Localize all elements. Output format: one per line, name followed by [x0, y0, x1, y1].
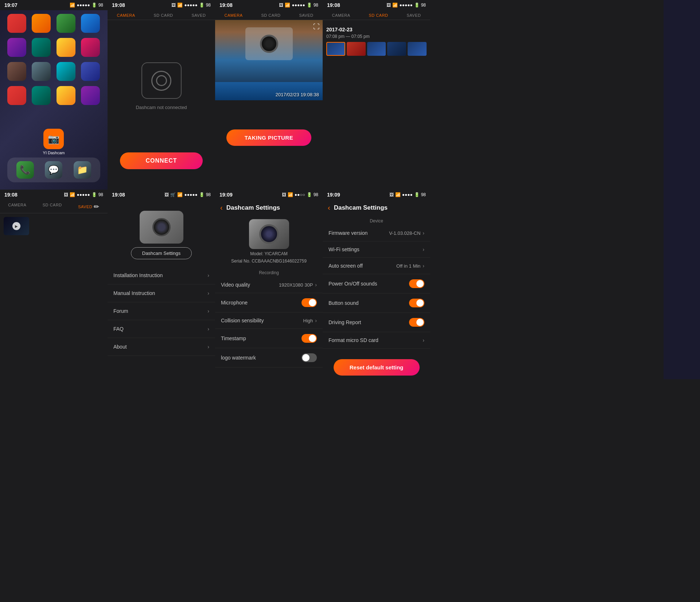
tab-sdcard-4[interactable]: SD CARD: [369, 13, 388, 18]
setting-video-quality[interactable]: Video quality 1920X1080 30P ›: [215, 277, 323, 293]
top-tabs-3: CAMERA SD CARD SAVED: [215, 10, 323, 20]
menu-item-faq[interactable]: FAQ ›: [108, 320, 215, 338]
tab-sdcard-3[interactable]: SD CARD: [261, 13, 281, 18]
sd-thumb-1[interactable]: [326, 42, 345, 56]
setting-timestamp[interactable]: Timestamp: [215, 329, 323, 348]
app-icon-1[interactable]: [7, 14, 26, 33]
sd-thumb-5[interactable]: [408, 42, 427, 56]
signal-icon-5: ●●●●●: [77, 192, 90, 197]
live-timestamp: 2017/02/23 19:08:38: [276, 92, 319, 97]
cart-icon-6[interactable]: 🛒: [170, 192, 176, 197]
dock-messages[interactable]: 💬: [45, 161, 62, 179]
back-button-8[interactable]: ‹: [328, 203, 330, 212]
tab-camera-2[interactable]: CAMERA: [117, 13, 135, 18]
time-4: 19:08: [327, 2, 340, 8]
app-icon-10[interactable]: [32, 62, 51, 81]
dashcam-settings-button[interactable]: Dashcam Settings: [131, 247, 192, 259]
status-bar-1: 19:07 📶 ●●●●● 🔋 98: [0, 0, 108, 10]
setting-firmware[interactable]: Firmware version V-1.03.028-CN ›: [323, 225, 430, 241]
app-icon-16[interactable]: [81, 86, 100, 105]
app-icon-3[interactable]: [57, 14, 75, 33]
app-icon-2[interactable]: [32, 14, 51, 33]
camera-device-silhouette: [245, 27, 293, 60]
app-icon-8[interactable]: [81, 38, 100, 57]
connect-button[interactable]: CONNECT: [120, 152, 202, 169]
status-bar-4: 19:08 🖼 📶 ●●●●● 🔋 98: [323, 0, 430, 10]
tab-camera-4[interactable]: CAMERA: [332, 13, 350, 18]
tab-saved-4[interactable]: SAVED: [407, 13, 421, 18]
label-timestamp: Timestamp: [221, 335, 246, 341]
label-firmware: Firmware version: [328, 230, 368, 236]
settings-cam-icon: [140, 211, 183, 244]
chevron-faq: ›: [207, 326, 209, 332]
toggle-watermark[interactable]: [302, 353, 317, 362]
menu-item-installation[interactable]: Installation Instruction ›: [108, 267, 215, 284]
dock-phone[interactable]: 📞: [16, 161, 34, 179]
detail-title-8: Dashcam Settings: [334, 204, 388, 211]
setting-microphone[interactable]: Microphone: [215, 293, 323, 312]
cam-info-box-7: Model: YICARCAM Serial No. CCBAAACNBG164…: [215, 215, 323, 267]
toggle-timestamp[interactable]: [302, 334, 317, 343]
tab-camera-5[interactable]: CAMERA: [8, 203, 26, 211]
app-icon-12[interactable]: [81, 62, 100, 81]
app-icon-4[interactable]: [81, 14, 100, 33]
app-icon-11[interactable]: [57, 62, 75, 81]
time-3: 19:08: [219, 2, 233, 8]
chevron-format-sd: ›: [423, 337, 424, 343]
wifi-icon-7: 📶: [288, 192, 293, 197]
app-grid: [4, 10, 104, 109]
tab-sdcard-5[interactable]: SD CARD: [43, 203, 62, 211]
app-icon-6[interactable]: [32, 38, 51, 57]
fullscreen-button[interactable]: ⛶: [313, 23, 320, 31]
wifi-icon-5: 📶: [70, 192, 75, 197]
toggle-buttonsound[interactable]: [409, 299, 424, 307]
sd-thumb-2[interactable]: [347, 42, 366, 56]
reset-btn-area: Reset default setting: [323, 355, 430, 379]
toggle-powersound[interactable]: [409, 279, 424, 288]
setting-powersound[interactable]: Power On/Off sounds: [323, 274, 430, 294]
setting-drivingreport[interactable]: Driving Report: [323, 313, 430, 332]
saved-video-thumb[interactable]: ▶: [4, 217, 29, 235]
status-bar-3: 19:08 🖼 📶 ●●●●● 🔋 98: [215, 0, 323, 10]
top-tabs-4: CAMERA SD CARD SAVED: [323, 10, 430, 20]
toggle-drivingreport[interactable]: [409, 318, 424, 327]
chevron-wifi: ›: [423, 246, 424, 252]
tab-saved-5[interactable]: SAVED ✏: [78, 203, 99, 211]
tab-saved-3[interactable]: SAVED: [299, 13, 314, 18]
tab-sdcard-2[interactable]: SD CARD: [154, 13, 173, 18]
tab-camera-3[interactable]: CAMERA: [224, 13, 242, 18]
menu-item-forum[interactable]: Forum ›: [108, 302, 215, 320]
back-button-7[interactable]: ‹: [220, 203, 223, 212]
setting-wifi[interactable]: Wi-Fi settings ›: [323, 241, 430, 258]
menu-item-manual[interactable]: Manual Instruction ›: [108, 284, 215, 302]
dock-files[interactable]: 📁: [74, 161, 91, 179]
battery-2: 98: [206, 3, 211, 8]
setting-collision[interactable]: Collision sensibility High ›: [215, 312, 323, 329]
value-video-quality: 1920X1080 30P ›: [279, 282, 317, 288]
sd-thumb-3[interactable]: [367, 42, 386, 56]
setting-watermark[interactable]: logo watermark: [215, 348, 323, 368]
app-icon-13[interactable]: [7, 86, 26, 105]
app-icon-7[interactable]: [57, 38, 75, 57]
toggle-microphone[interactable]: [302, 298, 317, 307]
wifi-icon-8: 📶: [395, 192, 401, 197]
app-icon-5[interactable]: [7, 38, 26, 57]
yi-icon: 📷: [43, 129, 64, 149]
edit-icon[interactable]: ✏: [94, 203, 100, 211]
setting-format-sd[interactable]: Format micro SD card ›: [323, 332, 430, 349]
menu-item-about[interactable]: About ›: [108, 338, 215, 356]
app-icon-9[interactable]: [7, 62, 26, 81]
setting-autoscreen[interactable]: Auto screen off Off in 1 Min ›: [323, 258, 430, 274]
yi-dashcam-app[interactable]: 📷 YI Dashcam: [43, 129, 65, 155]
tab-saved-2[interactable]: SAVED: [192, 13, 206, 18]
reset-default-button[interactable]: Reset default setting: [334, 359, 420, 376]
app-icon-15[interactable]: [57, 86, 75, 105]
setting-buttonsound[interactable]: Button sound: [323, 294, 430, 313]
status-icons-4: 🖼 📶 ●●●●● 🔋 98: [386, 3, 426, 8]
status-icons-6: 🖼 🛒 📶 ●●●●● 🔋 98: [164, 192, 211, 197]
live-content: CAMERA SD CARD SAVED 2017/02/23 19:08:38…: [215, 10, 323, 190]
play-button[interactable]: ▶: [12, 222, 20, 230]
sd-thumb-4[interactable]: [387, 42, 406, 56]
app-icon-14[interactable]: [32, 86, 51, 105]
taking-picture-button[interactable]: TAKING PICTURE: [226, 129, 311, 146]
